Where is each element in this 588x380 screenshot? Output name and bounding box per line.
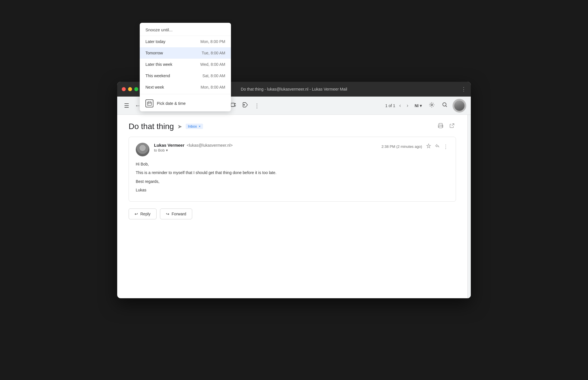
more-actions-button[interactable]: ⋮ (252, 100, 262, 111)
more-icon: ⋮ (254, 102, 260, 109)
main-content: Do that thing ➤ Inbox × (117, 115, 471, 298)
browser-more-button[interactable]: ⋮ (461, 86, 466, 92)
body-name: Lukas (136, 187, 449, 193)
body-greeting: Hi Bob, (136, 161, 449, 167)
move2-icon (230, 102, 236, 109)
search-icon (442, 102, 448, 109)
timestamp-text: 2:38 PM (2 minutes ago) (382, 144, 422, 149)
print-button[interactable] (437, 122, 445, 131)
to-chevron-icon: ▾ (166, 148, 168, 152)
inbox-badge-label: Inbox (188, 124, 197, 128)
ni-chevron-icon: ▾ (420, 103, 422, 108)
settings-button[interactable] (426, 99, 437, 112)
reply-arrow-icon: ↩ (135, 212, 138, 216)
email-timestamp: 2:38 PM (2 minutes ago) (382, 143, 449, 150)
inbox-badge-close[interactable]: × (199, 124, 201, 128)
to-label: to Bob (154, 148, 165, 152)
forward-arrow-icon: ↪ (166, 212, 169, 216)
email-action-icons (437, 122, 456, 131)
reply-forward-row: ↩ Reply ↪ Forward (129, 209, 456, 219)
page-counter: 1 of 1 (385, 103, 395, 108)
sender-email: <lukas@lukasvermeer.nl> (187, 143, 233, 148)
reply-button[interactable] (434, 143, 440, 150)
ni-button[interactable]: NI ▾ (412, 102, 424, 110)
snooze-divider (140, 94, 231, 94)
sender-name: Lukas Vermeer (154, 143, 184, 148)
email-subject-row: Do that thing ➤ Inbox × (129, 122, 456, 131)
email-body: Hi Bob, This is a reminder to myself tha… (136, 161, 449, 193)
label-button[interactable] (240, 99, 251, 112)
forward-label: Forward (172, 212, 186, 216)
next-page-button[interactable]: › (405, 101, 410, 110)
svg-point-11 (442, 126, 443, 126)
scrollbar[interactable] (467, 115, 471, 298)
reply-email-button[interactable]: ↩ Reply (129, 209, 157, 219)
more-email-button[interactable]: ⋮ (443, 143, 449, 150)
email-message: Lukas Vermeer <lukas@lukasvermeer.nl> to… (129, 137, 456, 202)
snooze-dropdown: Snooze until... Later today Mon, 8:00 PM… (140, 82, 231, 111)
menu-icon: ☰ (124, 102, 129, 109)
email-sender-info: Lukas Vermeer <lukas@lukasvermeer.nl> to… (154, 143, 377, 152)
snooze-time-next-week: Mon, 8:00 AM (201, 85, 225, 89)
sender-avatar (136, 143, 149, 156)
label-icon (242, 102, 248, 109)
sender-name-row: Lukas Vermeer <lukas@lukasvermeer.nl> (154, 143, 377, 148)
prev-page-button[interactable]: ‹ (398, 101, 403, 110)
menu-button[interactable]: ☰ (122, 100, 131, 111)
send-icon: ➤ (177, 123, 182, 130)
email-header: Lukas Vermeer <lukas@lukasvermeer.nl> to… (136, 143, 449, 156)
inbox-badge: Inbox × (186, 124, 203, 129)
snooze-item-next-week[interactable]: Next week Mon, 8:00 AM (140, 82, 231, 93)
minimize-button[interactable] (128, 87, 132, 91)
to-row[interactable]: to Bob ▾ (154, 148, 377, 152)
star-button[interactable] (425, 143, 432, 150)
svg-rect-13 (148, 104, 149, 104)
ni-label: NI (415, 103, 419, 108)
svg-point-7 (431, 104, 433, 106)
reply-label: Reply (140, 212, 151, 216)
svg-rect-10 (439, 126, 442, 128)
traffic-lights (122, 87, 138, 91)
toolbar-right: 1 of 1 ‹ › NI ▾ (385, 99, 466, 113)
email-area: Do that thing ➤ Inbox × (117, 115, 467, 298)
forward-email-button[interactable]: ↪ Forward (160, 209, 192, 219)
body-line1: This is a reminder to myself that I shou… (136, 169, 449, 176)
new-window-button[interactable] (448, 122, 456, 131)
svg-rect-5 (231, 103, 234, 107)
svg-point-6 (244, 105, 245, 105)
settings-icon (429, 102, 435, 109)
snooze-pick-datetime[interactable]: Pick date & time (140, 95, 231, 111)
search-button[interactable] (439, 99, 450, 112)
svg-point-8 (443, 103, 446, 106)
email-subject: Do that thing (129, 122, 174, 131)
snooze-label-next-week: Next week (145, 85, 164, 89)
close-button[interactable] (122, 87, 126, 91)
body-sign: Best regards, (136, 178, 449, 185)
svg-rect-9 (439, 123, 442, 125)
calendar-icon (145, 99, 153, 107)
email-timestamp-actions: ⋮ (425, 143, 449, 150)
pick-datetime-label: Pick date & time (157, 101, 186, 106)
user-avatar[interactable] (453, 99, 466, 113)
maximize-button[interactable] (134, 87, 138, 91)
svg-rect-12 (147, 102, 151, 105)
browser-title: Do that thing - lukas@lukasvermeer.nl - … (241, 87, 347, 91)
